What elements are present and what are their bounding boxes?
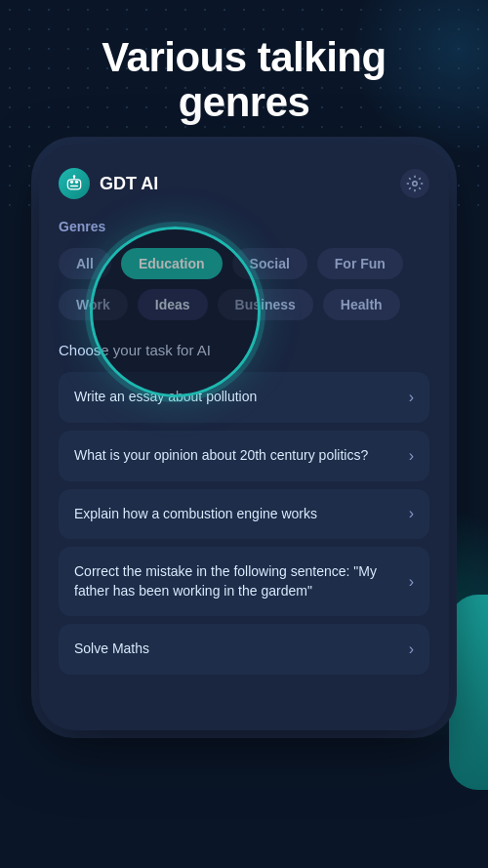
headline: Various talking genres [23, 35, 465, 125]
settings-gear-icon[interactable] [400, 169, 429, 198]
genre-chip-social[interactable]: Social [232, 248, 307, 279]
task-item-correct[interactable]: Correct the mistake in the following sen… [59, 547, 429, 616]
app-title-row: GDT AI [59, 168, 158, 199]
genres-container: All Education Social For Fun Work Ideas … [59, 248, 429, 320]
svg-rect-2 [70, 186, 78, 187]
teal-side-accent [449, 595, 488, 790]
genre-row-2: Work Ideas Business Health [59, 289, 429, 320]
bot-icon [59, 168, 90, 199]
task-item-engine[interactable]: Explain how a combustion engine works › [59, 489, 429, 540]
svg-rect-5 [67, 180, 80, 189]
genre-row-1: All Education Social For Fun [59, 248, 429, 279]
chevron-right-icon-4: › [409, 573, 414, 591]
chevron-right-icon-5: › [409, 641, 414, 658]
genre-chip-education[interactable]: Education [121, 248, 223, 279]
genres-label: Genres [59, 219, 429, 234]
genre-chip-forfun[interactable]: For Fun [317, 248, 403, 279]
task-text-opinion: What is your opinion about 20th century … [74, 446, 409, 466]
phone-top-bar: GDT AI [59, 168, 429, 199]
genre-chip-business[interactable]: Business [218, 289, 313, 320]
svg-point-6 [413, 182, 418, 186]
task-list: Write an essay about pollution › What is… [59, 372, 429, 675]
task-text-maths: Solve Maths [74, 640, 409, 659]
svg-point-0 [70, 181, 73, 184]
svg-point-4 [73, 176, 76, 179]
task-text-correct: Correct the mistake in the following sen… [74, 562, 409, 600]
task-item-essay[interactable]: Write an essay about pollution › [59, 372, 429, 423]
task-label: Choose your task for AI [59, 342, 429, 358]
chevron-right-icon-2: › [409, 447, 414, 465]
task-item-maths[interactable]: Solve Maths › [59, 624, 429, 675]
chevron-right-icon-3: › [409, 505, 414, 522]
app-title: GDT AI [100, 174, 158, 194]
svg-point-1 [75, 181, 78, 184]
genre-chip-all[interactable]: All [59, 248, 111, 279]
headline-line1: Various talking [102, 34, 386, 80]
genre-chip-work[interactable]: Work [59, 289, 128, 320]
genre-chip-ideas[interactable]: Ideas [138, 289, 208, 320]
task-text-essay: Write an essay about pollution [74, 388, 409, 407]
headline-line2: genres [179, 79, 310, 125]
task-text-engine: Explain how a combustion engine works [74, 505, 409, 524]
task-item-opinion[interactable]: What is your opinion about 20th century … [59, 431, 429, 481]
header-section: Various talking genres [0, 0, 488, 145]
chevron-right-icon-1: › [409, 389, 414, 406]
phone-container: GDT AI Genres All Education Social For F… [39, 145, 449, 730]
genre-chip-health[interactable]: Health [323, 289, 400, 320]
